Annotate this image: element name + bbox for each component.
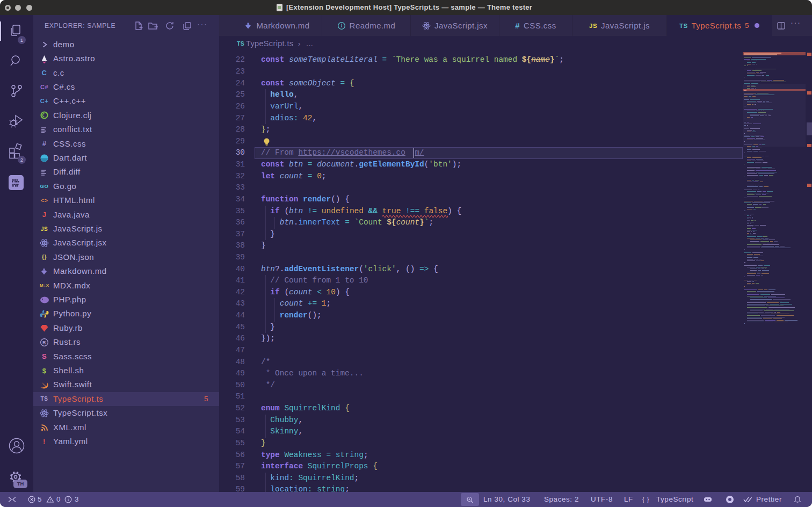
svg-text:R: R xyxy=(42,340,46,345)
